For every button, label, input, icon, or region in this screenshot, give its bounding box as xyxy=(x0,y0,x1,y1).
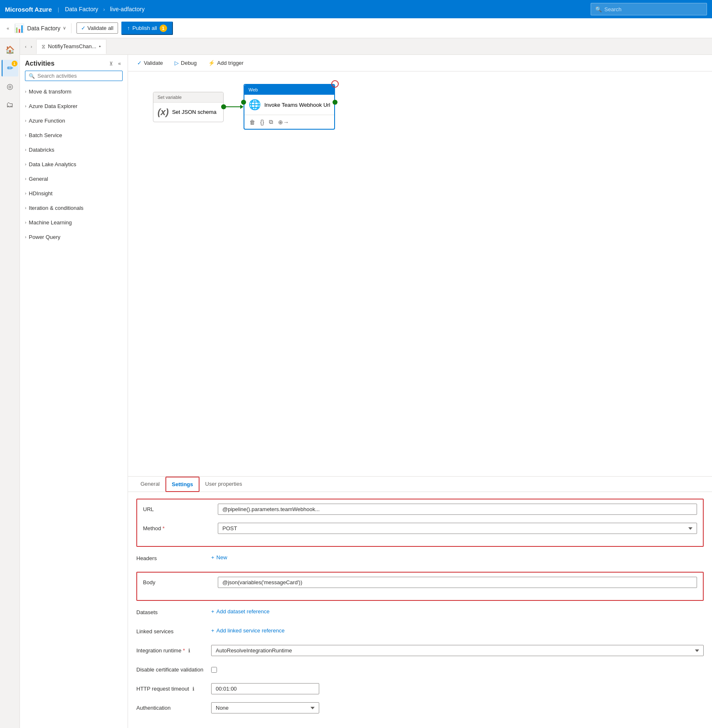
add-header-link[interactable]: + New xyxy=(211,553,704,561)
activity-group-databricks[interactable]: › Databricks xyxy=(20,143,128,157)
activity-group-iteration[interactable]: › Iteration & conditionals xyxy=(20,201,128,215)
group-chevron: › xyxy=(25,162,26,167)
group-label: Move & transform xyxy=(29,89,71,95)
activity-group-azure-explorer[interactable]: › Azure Data Explorer xyxy=(20,99,128,113)
activity-group-hdinsight[interactable]: › HDInsight xyxy=(20,186,128,201)
sidebar-manage-button[interactable]: 🗂 xyxy=(2,96,18,113)
integration-runtime-row: Integration runtime * ℹ AutoResolveInteg… xyxy=(136,645,704,658)
body-section: Body xyxy=(136,572,704,601)
body-input[interactable] xyxy=(218,577,697,588)
group-chevron: › xyxy=(25,235,26,239)
search-input[interactable] xyxy=(604,6,702,12)
activities-header: Activities ⊻ « xyxy=(20,55,128,71)
activity-group-batch[interactable]: › Batch Service xyxy=(20,128,128,143)
sidebar-monitor-button[interactable]: ◎ xyxy=(2,78,18,95)
http-timeout-value xyxy=(211,683,704,694)
group-label: Azure Function xyxy=(29,118,65,124)
search-icon: 🔍 xyxy=(595,6,602,12)
connector-line xyxy=(224,106,240,107)
auth-value: None xyxy=(211,702,704,713)
settings-panel: General Settings User properties xyxy=(128,476,712,728)
auth-select[interactable]: None xyxy=(211,702,319,713)
nav-instance[interactable]: live-adfactory xyxy=(110,6,145,12)
activity-group-ml[interactable]: › Machine Learning xyxy=(20,215,128,230)
activity-group-powerquery[interactable]: › Power Query xyxy=(20,230,128,244)
global-search[interactable]: 🔍 xyxy=(591,3,707,15)
group-chevron: › xyxy=(25,133,26,138)
method-label: Method * xyxy=(143,523,218,531)
body-value xyxy=(218,577,697,588)
http-timeout-input[interactable] xyxy=(211,683,319,694)
integration-runtime-select[interactable]: AutoResolveIntegrationRuntime xyxy=(211,645,704,656)
body-row: Body xyxy=(143,577,697,590)
set-variable-node-wrapper: Set variable (x) Set JSON schema xyxy=(153,92,224,122)
collapse-activities-btn[interactable]: ⊻ xyxy=(108,60,115,67)
group-chevron: › xyxy=(25,220,26,225)
group-label: General xyxy=(29,176,48,182)
linked-services-row: Linked services + Add linked service ref… xyxy=(136,626,704,639)
group-label: Machine Learning xyxy=(29,219,71,226)
add-linked-service-link[interactable]: + Add linked service reference xyxy=(211,626,704,634)
activities-controls: ⊻ « xyxy=(108,60,123,67)
activity-group-move[interactable]: › Move & transform xyxy=(20,84,128,99)
linked-plus-icon: + xyxy=(211,627,214,634)
set-variable-body: (x) Set JSON schema xyxy=(153,103,223,122)
activities-search-box[interactable]: 🔍 xyxy=(25,71,123,81)
nav-chevron: › xyxy=(103,6,105,12)
add-dataset-link[interactable]: + Add dataset reference xyxy=(211,607,704,615)
node2-left-connector xyxy=(241,100,246,105)
nav-factory-link[interactable]: Data Factory xyxy=(65,6,98,12)
pipeline-nodes: Set variable (x) Set JSON schema xyxy=(153,84,335,130)
publish-all-button[interactable]: ↑ Publish all 1 xyxy=(121,22,173,35)
delete-node-button[interactable]: 🗑 xyxy=(249,118,256,126)
group-chevron: › xyxy=(25,104,26,108)
set-variable-node[interactable]: Set variable (x) Set JSON schema xyxy=(153,92,224,122)
group-chevron: › xyxy=(25,206,26,210)
publish-badge: 1 xyxy=(160,25,167,32)
pipeline-canvas: Set variable (x) Set JSON schema xyxy=(128,71,712,476)
web-node-name: Invoke Teams Webhook Url xyxy=(264,102,330,108)
url-input[interactable] xyxy=(218,504,697,515)
http-timeout-info-icon: ℹ xyxy=(192,686,195,692)
tab-general[interactable]: General xyxy=(135,477,165,492)
settings-tabs: General Settings User properties xyxy=(128,477,712,492)
tab-prev-chevron[interactable]: ‹ xyxy=(23,43,28,50)
icon-sidebar: 🏠 ✏ 1 ◎ 🗂 xyxy=(0,38,20,728)
toolbar-factory-label: Data Factory xyxy=(27,25,60,32)
expand-activities-btn[interactable]: « xyxy=(116,60,123,67)
set-variable-header: Set variable xyxy=(153,92,223,103)
web-node[interactable]: Web 🌐 Invoke Teams Webhook Url 🗑 {} ⧉ ⊕ xyxy=(244,84,335,130)
pipeline-tab-dot: ● xyxy=(99,44,101,48)
auth-label: Authentication xyxy=(136,702,211,711)
datasets-value: + Add dataset reference xyxy=(211,607,704,615)
sidebar-edit-button[interactable]: ✏ 1 xyxy=(2,60,18,76)
sidebar-home-button[interactable]: 🏠 xyxy=(2,42,18,58)
tab-settings[interactable]: Settings xyxy=(165,477,199,492)
code-node-button[interactable]: {} xyxy=(259,118,265,126)
canvas-toolbar: ✓ Validate ▷ Debug ⚡ Add trigger xyxy=(128,55,712,71)
add-trigger-button[interactable]: ⚡ Add trigger xyxy=(206,58,246,68)
method-required-star: * xyxy=(163,525,165,531)
headers-value: + New xyxy=(211,553,704,561)
pipeline-tab[interactable]: ⧖ NotifiyTeamsChan... ● xyxy=(36,39,106,54)
activity-group-azure-function[interactable]: › Azure Function xyxy=(20,113,128,128)
method-select[interactable]: POST GET PUT DELETE PATCH xyxy=(218,523,697,534)
factory-icon: 📊 xyxy=(14,23,25,33)
validate-all-button[interactable]: ✓ Validate all xyxy=(76,22,118,34)
set-variable-name: Set JSON schema xyxy=(172,109,217,115)
redirect-node-button[interactable]: ⊕→ xyxy=(277,118,290,126)
tab-user-properties[interactable]: User properties xyxy=(200,477,248,492)
debug-button[interactable]: ▷ Debug xyxy=(172,58,199,68)
publish-icon: ↑ xyxy=(127,25,130,31)
url-row: URL xyxy=(143,504,697,517)
disable-cert-checkbox[interactable] xyxy=(211,667,217,673)
activities-list: › Move & transform › Azure Data Explorer… xyxy=(20,84,128,728)
copy-node-button[interactable]: ⧉ xyxy=(268,118,274,126)
activity-group-datalake[interactable]: › Data Lake Analytics xyxy=(20,157,128,172)
activity-group-general[interactable]: › General xyxy=(20,172,128,186)
tab-next-chevron[interactable]: › xyxy=(29,43,34,50)
brand-label: Microsoft Azure xyxy=(5,6,52,13)
validate-button[interactable]: ✓ Validate xyxy=(135,58,165,68)
activities-search-input[interactable] xyxy=(37,73,119,79)
collapse-chevron[interactable]: « xyxy=(5,24,11,32)
